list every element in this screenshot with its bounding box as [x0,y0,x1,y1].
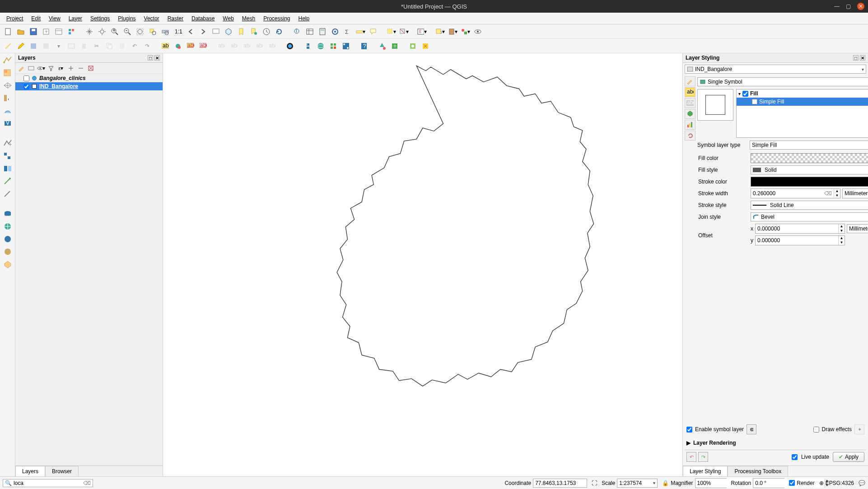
open-project-button[interactable] [15,26,26,37]
minimize-button[interactable]: — [834,3,840,9]
menu-mesh[interactable]: Mesh [238,14,259,23]
new-spatialite-button[interactable] [2,151,13,161]
menu-help[interactable]: Help [295,14,313,23]
delete-selected-button[interactable] [79,41,89,52]
rotation-input[interactable]: ▲▼ [753,478,784,488]
tab-masks[interactable]: abc [685,98,695,108]
tab-3d[interactable] [685,109,695,119]
styling-close[interactable]: ✕ [860,55,865,61]
open-attribute-table-button[interactable] [304,26,315,37]
menu-plugins[interactable]: Plugins [114,14,139,23]
menu-settings[interactable]: Settings [87,14,113,23]
vertex-tool-button[interactable]: ▾ [53,41,64,52]
add-mesh-button[interactable] [2,80,13,90]
clear-icon[interactable]: ⌫ [822,190,834,197]
menu-processing[interactable]: Processing [260,14,294,23]
layer-visibility-button[interactable] [472,26,483,37]
map-canvas[interactable] [163,53,683,476]
style-manager-button[interactable] [66,26,77,37]
add-ogr-button[interactable] [2,259,13,269]
layer-checkbox[interactable] [23,84,29,89]
tab-layers[interactable]: Layers [15,466,45,476]
decorations-button[interactable]: ▾ [460,26,471,37]
add-feature-button[interactable] [41,41,51,52]
add-virtual-button[interactable]: V [2,118,13,128]
label-toolbar-3[interactable]: abc [185,41,196,52]
add-vector-button[interactable] [2,55,13,65]
scale-selector[interactable]: 1:237574 [617,479,658,488]
menu-edit[interactable]: Edit [28,14,44,23]
crs-label[interactable]: EPSG:4326 [826,480,854,486]
menu-view[interactable]: View [45,14,64,23]
layers-panel-undock[interactable]: □ [148,55,153,61]
locator-input[interactable] [14,480,81,486]
label-toolbar-2[interactable] [173,41,183,52]
tab-symbology[interactable] [685,76,695,86]
styling-layer-selector[interactable]: IND_Bangalore [685,65,866,74]
add-raster-button[interactable] [2,68,13,78]
qms-button-2[interactable]: + [389,41,400,52]
cut-features-button[interactable]: ✂ [91,41,102,52]
live-update-checkbox[interactable] [792,454,798,460]
zoom-in-button[interactable]: + [109,26,120,37]
menu-database[interactable]: Database [188,14,218,23]
layers-remove-button[interactable] [87,64,95,72]
save-project-button[interactable] [28,26,39,37]
fill-color-button[interactable] [751,153,868,163]
layers-expression-button[interactable]: ε▾ [57,64,65,72]
zoom-native-button[interactable]: 1:1 [173,26,183,37]
enable-symbol-dd[interactable]: ⋐ [747,424,756,434]
add-spatialite-button[interactable] [2,106,13,116]
undo-style-button[interactable]: ↶ [686,452,696,462]
show-bookmarks-button[interactable] [248,26,259,37]
menu-vector[interactable]: Vector [140,14,163,23]
tab-labels[interactable]: abc [685,87,695,97]
layer-row-bangalore-clinics[interactable]: Bangalore_clinics [15,74,163,82]
save-edits-button[interactable] [28,41,39,52]
identify-button[interactable]: i [292,26,303,37]
join-style-selector[interactable]: Bevel [751,212,868,221]
undo-button[interactable]: ↶ [129,41,140,52]
deselect-all-button[interactable]: ▾ [398,26,409,37]
label-highlight-button[interactable]: abc [229,41,239,52]
pan-button[interactable] [84,26,95,37]
symbol-layer-type-selector[interactable]: Simple Fill [750,141,868,150]
layer-row-ind-bangalore[interactable]: IND_Bangalore [15,82,163,90]
temporal-controller-button[interactable] [261,26,272,37]
new-geopackage-button[interactable] [2,164,13,174]
help-button[interactable]: ? [359,41,369,52]
new-shapefile-button[interactable]: + [2,138,13,148]
label-toolbar-1[interactable]: abc [160,41,171,52]
stroke-style-selector[interactable]: Solid Line [751,201,868,210]
menu-raster[interactable]: Raster [164,14,187,23]
layers-add-group-button[interactable] [27,64,35,72]
layout-manager-button[interactable] [53,26,64,37]
georeferencer-button[interactable] [341,41,351,52]
redo-style-button[interactable]: ↷ [698,452,708,462]
locator-search[interactable]: 🔍 ⌫ [3,479,93,487]
offset-x-input[interactable]: ▲▼ [755,224,845,234]
metasearch-button[interactable] [315,41,326,52]
label-pin-button[interactable]: abc [216,41,227,52]
add-wcs-button[interactable] [2,234,13,244]
offset-unit[interactable]: Millimeters [847,224,868,233]
processing-button-2[interactable] [420,41,431,52]
symbol-layer-tree[interactable]: ▾ Fill Simple Fill [736,89,868,138]
layers-filter-button[interactable] [47,64,55,72]
layer-rendering-section[interactable]: ▶ Layer Rendering [685,438,866,448]
select-features-button[interactable]: ▾ [386,26,397,37]
processing-button-1[interactable] [407,41,418,52]
close-button[interactable]: ✕ [857,3,864,10]
extents-icon[interactable]: ⛶ [592,480,597,486]
paste-button[interactable] [117,41,127,52]
new-virtual-button[interactable] [2,189,13,199]
draw-effects-button[interactable]: ✦ [854,424,864,434]
apply-button[interactable]: ✔Apply [833,452,864,462]
add-wfs-button[interactable] [2,247,13,257]
render-checkbox[interactable] [789,480,795,486]
new-bookmark-button[interactable] [236,26,247,37]
draw-effects-checkbox[interactable] [813,427,819,433]
tab-processing-toolbox[interactable]: Processing Toolbox [728,466,788,476]
layer-checkbox[interactable] [23,75,29,81]
copy-features-button[interactable] [104,41,115,52]
